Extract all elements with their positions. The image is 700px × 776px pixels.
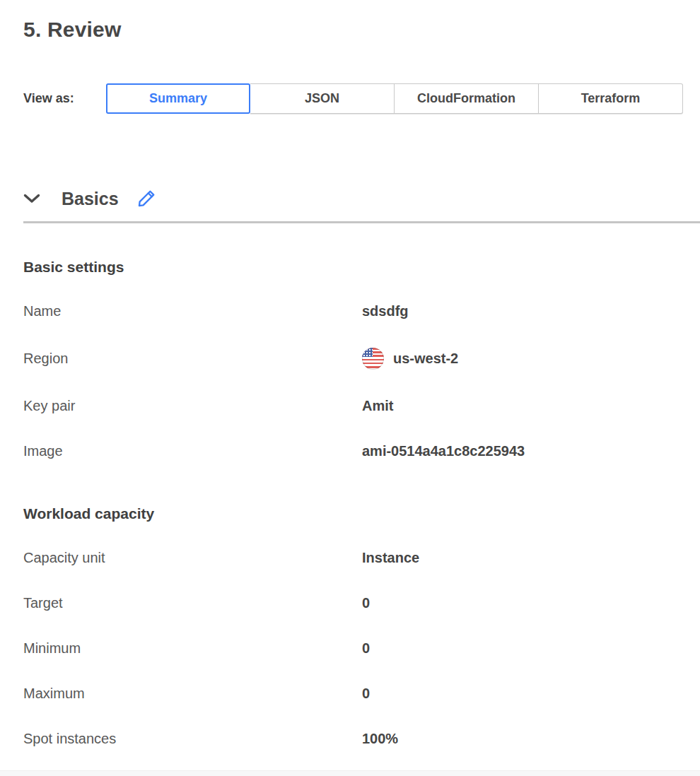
row-label: Region — [23, 351, 362, 367]
row-target: Target 0 — [23, 594, 700, 612]
row-label: Capacity unit — [23, 550, 362, 566]
group-heading-workload-capacity: Workload capacity — [23, 505, 700, 522]
basics-section-header: Basics — [23, 187, 700, 210]
row-spot-instances: Spot instances 100% — [23, 730, 700, 748]
view-as-label: View as: — [23, 91, 106, 106]
row-minimum: Minimum 0 — [23, 640, 700, 657]
row-value: Amit — [362, 398, 700, 414]
row-name: Name sdsdfg — [23, 302, 700, 320]
edit-pencil-icon[interactable] — [136, 187, 157, 210]
row-label: Spot instances — [23, 731, 362, 747]
row-key-pair: Key pair Amit — [23, 397, 700, 415]
page-title: 5. Review — [23, 18, 700, 42]
row-label: Name — [23, 303, 362, 319]
row-label: Image — [23, 443, 362, 459]
chevron-down-icon[interactable] — [23, 190, 43, 207]
basics-summary: Basic settings Name sdsdfg Region us-wes… — [23, 259, 700, 748]
review-page: 5. Review View as: Summary JSON CloudFor… — [0, 18, 700, 748]
row-value: us-west-2 — [362, 348, 700, 370]
row-image: Image ami-0514a4a1c8c225943 — [23, 442, 700, 460]
group-heading-basic-settings: Basic settings — [23, 259, 700, 276]
row-label: Key pair — [23, 398, 362, 414]
row-region: Region us-west-2 — [23, 348, 700, 370]
row-label: Maximum — [23, 686, 362, 702]
row-value: ami-0514a4a1c8c225943 — [362, 443, 700, 459]
tab-json[interactable]: JSON — [250, 83, 395, 114]
row-value: sdsdfg — [362, 303, 700, 319]
row-value: 100% — [362, 731, 700, 747]
view-as-tab-group: Summary JSON CloudFormation Terraform — [106, 83, 683, 114]
view-as-row: View as: Summary JSON CloudFormation Ter… — [23, 83, 700, 114]
section-divider — [23, 221, 700, 223]
tab-cloudformation[interactable]: CloudFormation — [395, 83, 539, 114]
next-section-edge — [0, 770, 700, 776]
row-label: Target — [23, 595, 362, 611]
row-label: Minimum — [23, 640, 362, 657]
row-capacity-unit: Capacity unit Instance — [23, 549, 700, 567]
basics-section-title: Basics — [62, 189, 119, 209]
row-value: Instance — [362, 550, 700, 566]
us-flag-icon — [362, 348, 384, 370]
row-value: 0 — [362, 640, 700, 657]
row-value: 0 — [362, 686, 700, 702]
region-value: us-west-2 — [393, 351, 458, 367]
row-maximum: Maximum 0 — [23, 685, 700, 702]
row-value: 0 — [362, 595, 700, 611]
tab-terraform[interactable]: Terraform — [539, 83, 683, 114]
tab-summary[interactable]: Summary — [106, 83, 250, 114]
